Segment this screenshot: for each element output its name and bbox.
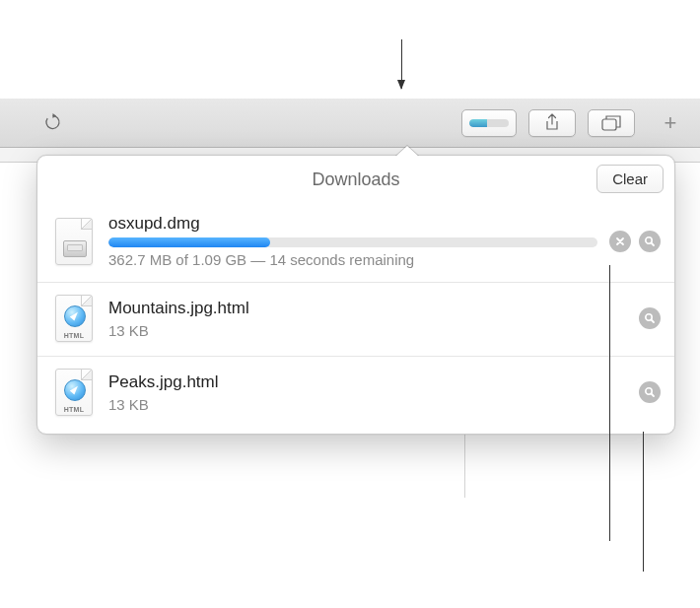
share-icon [544,113,560,132]
callout-line-cancel [609,265,610,541]
callout-arrow-downloads [401,39,402,89]
reload-icon [44,113,61,132]
download-filename: osxupd.dmg [108,214,597,234]
callout-line-reveal [643,432,644,572]
close-icon [614,236,626,247]
popover-header: Downloads Clear [37,156,674,202]
plus-icon: + [665,110,677,136]
reveal-in-finder-button[interactable] [639,231,661,252]
downloads-list: osxupd.dmg 362.7 MB of 1.09 GB — 14 seco… [37,202,674,434]
share-button[interactable] [528,109,576,137]
download-filename: Mountains.jpg.html [108,299,627,318]
file-icon-label: HTML [56,406,92,413]
new-tab-button[interactable]: + [647,109,694,137]
download-item: HTML Mountains.jpg.html 13 KB [37,283,674,357]
magnifier-icon [644,312,656,324]
download-progress-bar [108,237,597,247]
svg-rect-0 [602,119,616,130]
downloads-popover: Downloads Clear osxupd.dmg 362.7 MB of 1… [36,155,675,435]
download-item: osxupd.dmg 362.7 MB of 1.09 GB — 14 seco… [37,202,674,283]
download-filename: Peaks.jpg.html [108,372,627,392]
tabs-icon [601,115,621,131]
reveal-in-finder-button[interactable] [639,307,661,329]
magnifier-icon [644,236,656,247]
browser-toolbar: + [0,99,700,148]
popover-title: Downloads [312,169,399,190]
download-status: 13 KB [108,396,627,413]
file-icon-label: HTML [56,332,92,339]
reload-button[interactable] [41,112,63,134]
download-status: 13 KB [108,322,627,339]
download-info: osxupd.dmg 362.7 MB of 1.09 GB — 14 seco… [108,214,597,268]
download-info: Peaks.jpg.html 13 KB [108,372,627,413]
downloads-toolbar-progress [469,119,509,127]
file-icon-dmg [55,218,95,265]
clear-button[interactable]: Clear [596,165,664,193]
download-item: HTML Peaks.jpg.html 13 KB [37,357,674,434]
downloads-toolbar-button[interactable] [461,109,517,137]
magnifier-icon [644,386,656,398]
download-status: 362.7 MB of 1.09 GB — 14 seconds remaini… [108,251,597,268]
file-icon-html: HTML [55,369,95,416]
show-tabs-button[interactable] [588,109,635,137]
reveal-in-finder-button[interactable] [639,381,661,403]
download-progress-fill [108,237,270,247]
file-icon-html: HTML [55,295,95,342]
cancel-download-button[interactable] [609,231,631,252]
download-info: Mountains.jpg.html 13 KB [108,299,627,339]
